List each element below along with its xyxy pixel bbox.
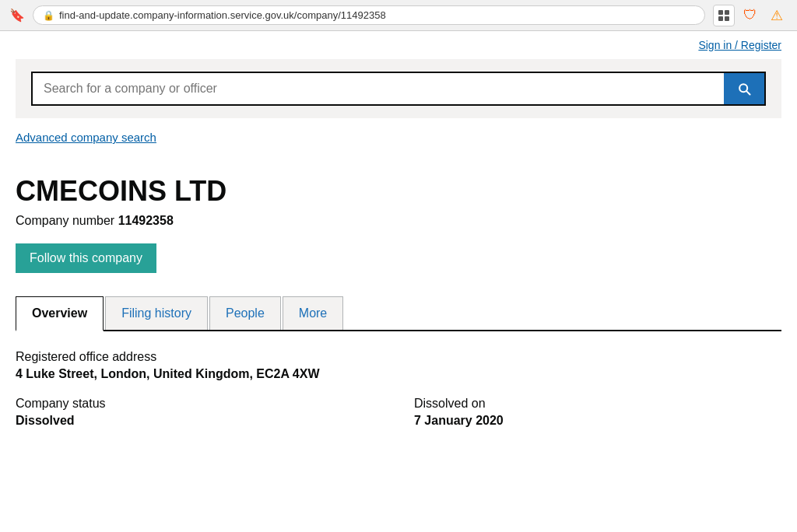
advanced-search-link[interactable]: Advanced company search <box>16 131 156 144</box>
dissolved-on-section: Dissolved on 7 January 2020 <box>414 397 781 428</box>
registered-office-label: Registered office address <box>16 350 781 364</box>
company-status-label: Company status <box>16 397 383 411</box>
company-number-value: 11492358 <box>118 214 174 227</box>
follow-company-button[interactable]: Follow this company <box>16 243 156 273</box>
dissolved-on-value: 7 January 2020 <box>414 414 781 428</box>
company-details-grid: Company status Dissolved Dissolved on 7 … <box>16 397 781 443</box>
address-bar[interactable]: 🔒 find-and-update.company-information.se… <box>33 5 705 25</box>
tab-more[interactable]: More <box>283 296 343 330</box>
tab-filing-history[interactable]: Filing history <box>105 296 208 330</box>
search-button[interactable] <box>724 73 764 104</box>
tabs-container: Overview Filing history People More <box>16 296 781 331</box>
company-status-section: Company status Dissolved <box>16 397 383 428</box>
brave-warning-icon[interactable]: ⚠ <box>766 5 788 26</box>
bookmark-icon: 🔖 <box>9 8 25 23</box>
extensions-icon[interactable] <box>713 5 735 26</box>
tab-overview[interactable]: Overview <box>16 296 104 331</box>
registered-office-value: 4 Luke Street, London, United Kingdom, E… <box>16 367 781 381</box>
svg-rect-0 <box>718 10 723 15</box>
auth-bar: Sign in / Register <box>0 31 797 59</box>
svg-rect-3 <box>725 16 729 21</box>
company-status-value: Dissolved <box>16 414 383 428</box>
svg-rect-1 <box>725 10 729 15</box>
company-name: CMECOINS LTD <box>16 175 781 208</box>
sign-in-link[interactable]: Sign in / Register <box>698 39 781 51</box>
browser-chrome: 🔖 🔒 find-and-update.company-information.… <box>0 0 797 31</box>
search-container <box>31 72 766 106</box>
search-input[interactable] <box>33 73 724 104</box>
main-content: Advanced company search CMECOINS LTD Com… <box>0 118 797 456</box>
company-number-line: Company number 11492358 <box>16 214 781 228</box>
search-area <box>16 59 781 118</box>
svg-rect-2 <box>718 16 723 21</box>
brave-shield-icon[interactable]: 🛡 <box>739 5 761 26</box>
registered-office-section: Registered office address 4 Luke Street,… <box>16 350 781 381</box>
url-text: find-and-update.company-information.serv… <box>59 9 695 21</box>
lock-icon: 🔒 <box>43 10 54 21</box>
dissolved-on-label: Dissolved on <box>414 397 781 411</box>
browser-icons: 🛡 ⚠ <box>713 5 788 26</box>
tab-people[interactable]: People <box>209 296 281 330</box>
company-number-label: Company number <box>16 214 114 227</box>
page-wrapper: Sign in / Register Advanced company sear… <box>0 31 797 456</box>
